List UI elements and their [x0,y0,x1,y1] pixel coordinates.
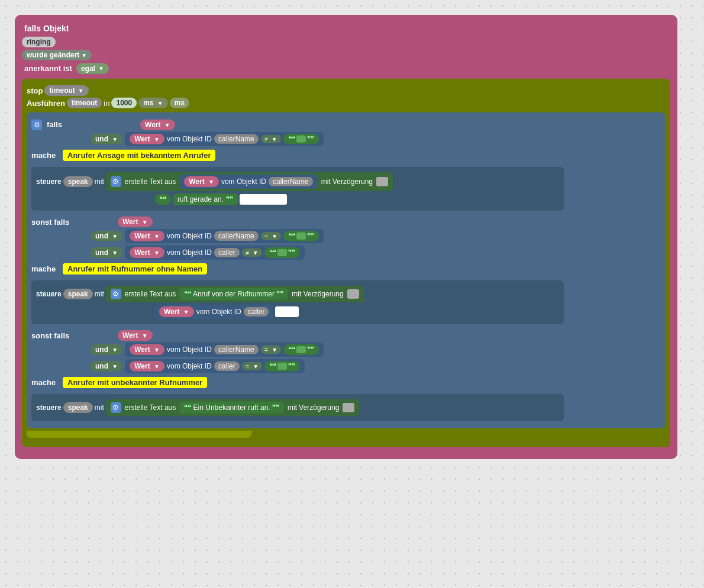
ms-dropdown[interactable]: ms ▼ [138,98,168,108]
quote-box-sf2-2: ❝❝ ❞❞ [264,361,300,371]
vom-objekt-sf2-1: vom Objekt ID [167,345,212,354]
cond-block-sf2-1: Wert ▼ vom Objekt ID callerName = ▼ ❝❝ [125,343,324,357]
erstelle-label-2: erstelle Text aus [125,290,176,298]
caller-wert-block: Wert ▼ vom Objekt ID caller [154,305,273,319]
green-rect-1 [296,135,306,143]
mache-label-3: mache [31,378,61,387]
vom-objekt-sf1-1: vom Objekt ID [167,232,212,240]
title-row: falls Objekt [22,22,670,34]
comment-label-2: Anrufer mit Rufnummer ohne Namen [63,263,207,274]
gear-icon-1[interactable]: ⚙ [31,119,42,130]
speak-pill-2[interactable]: speak [63,289,93,299]
comment-label-1: Anrufer Ansage mit bekanntem Anrufer [63,150,215,161]
mache-label-2: mache [31,264,61,273]
vom-objekt-caller: vom Objekt ID [196,308,241,316]
wert-drop-sf1[interactable]: Wert ▼ [118,217,153,227]
vom-objekt-2: vom Objekt ID [221,177,266,186]
cond-block-1: Wert ▼ vom Objekt ID callerName ≠ ▼ ❝❝ [125,132,323,146]
callerName-badge-sf2: callerName [214,345,259,354]
timeout-pill[interactable]: timeout ▼ [44,85,88,96]
vom-objekt-sf1-2: vom Objekt ID [167,248,212,257]
erstelle-block-2: ⚙ erstelle Text aus ❝❝ Anruf von der Ruf… [106,286,364,302]
eq-badge-sf2-2[interactable]: = ▼ [242,362,262,370]
und-drop-sf1-1[interactable]: und ▼ [91,231,122,241]
ringing-pill[interactable]: ringing [22,37,56,47]
gear-icon-2[interactable]: ⚙ [111,176,121,187]
sonst-falls-label-2: sonst falls [31,331,79,340]
white-rect-1 [240,194,287,205]
green-rect-sf2-2 [277,363,287,370]
mit-label-2: mit [95,290,104,298]
falls-label: falls [44,119,64,130]
wurde-geandert-pill[interactable]: wurde geändert ▼ [22,50,92,60]
verzog-box-2 [347,289,359,299]
gear-icon-3[interactable]: ⚙ [111,289,121,299]
wert-drop-sf1-inner[interactable]: Wert ▼ [130,231,164,241]
ms-label: ms [170,98,189,108]
timeout-pill2[interactable]: timeout [67,98,102,108]
green-rect-sf2-1 [296,346,306,353]
steuere-label-1: steuere [36,177,62,186]
wert-drop-2[interactable]: Wert ▼ [184,176,219,187]
eq-badge-sf1-1[interactable]: = ▼ [261,232,281,240]
steuere-label-3: steuere [36,403,62,412]
caller-name-badge-2: callerName [269,177,313,186]
wert-drop-caller[interactable]: Wert ▼ [159,306,194,317]
mit-verzog-label-2: mit Verzögerung [292,290,343,298]
cond-block-sf1-2: Wert ▼ vom Objekt ID caller ≠ ▼ ❝❝ ❞❞ [125,245,304,260]
wert-drop-1[interactable]: Wert ▼ [140,119,175,130]
neq-badge-sf1[interactable]: ≠ ▼ [242,248,262,257]
mit-label-3: mit [95,403,104,412]
verzog-box-1 [376,177,388,186]
wert-drop-sf1-2[interactable]: Wert ▼ [130,247,164,258]
wert-drop-inner-1[interactable]: Wert ▼ [130,134,164,144]
ruft-quote-box: ❝❝ [154,194,171,205]
ruft-text-block: ruft gerade an. ❞❞ [173,193,238,205]
wert-drop-sf2-inner[interactable]: Wert ▼ [130,344,164,355]
steuere-label-2: steuere [36,290,62,298]
olive-bottom-bar [27,431,251,438]
egal-arrow: ▼ [98,65,104,72]
erstelle-label-1: erstelle Text aus [125,177,176,186]
mit-verzog-label-3: mit Verzögerung [288,403,339,412]
cond-block-sf2-2: Wert ▼ vom Objekt ID caller = ▼ ❝❝ ❞❞ [125,359,305,373]
mache-label-1: mache [31,151,61,160]
neq-badge-1[interactable]: ≠ ▼ [261,135,281,143]
vom-objekt-1: vom Objekt ID [167,135,212,143]
ms-value[interactable]: 1000 [111,98,137,108]
erstelle-block-3: ⚙ erstelle Text aus ❝❝ Ein Unbekannter r… [106,399,360,416]
und-drop-sf2-1[interactable]: und ▼ [91,344,122,355]
cond-block-sf1-1: Wert ▼ vom Objekt ID callerName = ▼ ❝❝ [125,229,324,243]
quote-box-1: ❝❝ ❞❞ [283,134,319,144]
gear-icon-4[interactable]: ⚙ [111,402,121,413]
timeout-arrow: ▼ [78,88,84,94]
egal-pill[interactable]: egal ▼ [76,63,109,74]
caller-badge-sf2-2: caller [214,361,240,371]
anerkannt-label: anerkannt ist [22,63,75,74]
speak-pill-3[interactable]: speak [63,402,93,413]
comment-label-3: Anrufer mit unbekannter Rufnummer [63,377,207,388]
anruf-text-block: ❝❝ Anruf von der Rufnummer ❞❞ [179,288,288,300]
caller-name-badge-1: callerName [214,134,259,144]
white-rect-2 [275,306,299,317]
speak-pill-1[interactable]: speak [63,176,93,187]
und-drop-1[interactable]: und ▼ [91,134,122,144]
quote-box-sf1-2: ❝❝ ❞❞ [264,247,300,258]
ms-arrow: ▼ [157,100,163,106]
ausfuhren-label: Ausführen [27,99,65,108]
quote-close-1: ❞❞ [307,135,314,143]
stop-label: stop [27,86,43,95]
eq-badge-sf2-1[interactable]: = ▼ [261,345,281,354]
wert-drop-sf2[interactable]: Wert ▼ [118,330,153,341]
caller-badge-sf1: caller [214,248,240,257]
und-drop-sf2-2[interactable]: und ▼ [91,361,122,371]
in-label: in [104,99,109,108]
green-rect-sf1-2 [277,249,287,256]
und-drop-sf1-2[interactable]: und ▼ [91,247,122,258]
verzog-box-3 [343,403,354,412]
cond-block-inner-1: Wert ▼ vom Objekt ID callerName [179,175,317,189]
vom-objekt-sf2-2: vom Objekt ID [167,362,212,370]
quote-box-sf2-1: ❝❝ ❞❞ [283,344,319,355]
wert-drop-sf2-2[interactable]: Wert ▼ [130,361,164,371]
erstelle-block-1: ⚙ erstelle Text aus Wert ▼ vom Objekt ID… [106,172,393,191]
